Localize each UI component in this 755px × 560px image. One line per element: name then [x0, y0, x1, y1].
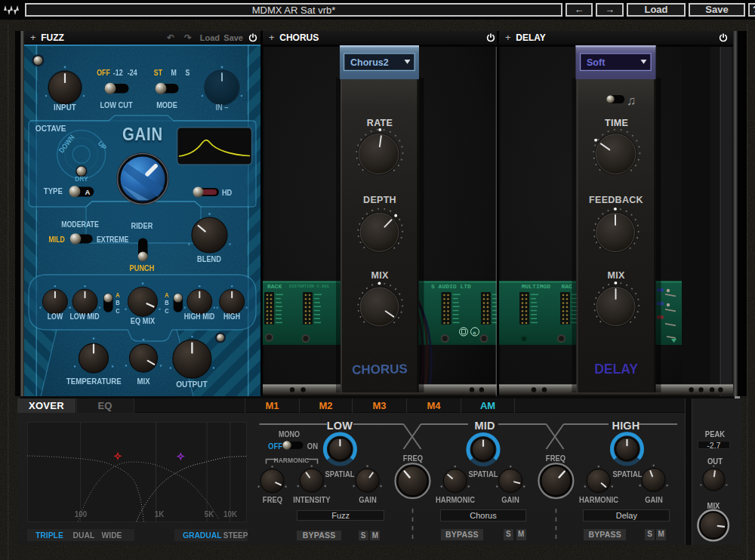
svg-text:♻: ♻	[473, 331, 476, 335]
svg-text:Soft: Soft	[587, 57, 606, 68]
svg-text:♫: ♫	[627, 94, 636, 108]
svg-text:RACK: RACK	[267, 283, 282, 290]
svg-text:A: A	[85, 188, 91, 196]
svg-text:CHORUS: CHORUS	[352, 362, 408, 377]
svg-text:S AUDIO LTD: S AUDIO LTD	[431, 283, 471, 290]
svg-text:FEEDBACK: FEEDBACK	[589, 195, 643, 205]
svg-text:RAC: RAC	[562, 283, 573, 290]
svg-text:RATE: RATE	[367, 118, 393, 128]
svg-text:MIX: MIX	[371, 270, 388, 281]
svg-text:MULTIMOD: MULTIMOD	[522, 283, 551, 290]
svg-text:DELAY: DELAY	[594, 362, 638, 377]
svg-text:Chorus2: Chorus2	[350, 57, 389, 68]
svg-text:DEPTH: DEPTH	[363, 195, 396, 205]
svg-text:TIME: TIME	[605, 118, 628, 128]
svg-text:MIX: MIX	[607, 270, 624, 281]
svg-text:DISTORTION V.001: DISTORTION V.001	[289, 284, 330, 289]
